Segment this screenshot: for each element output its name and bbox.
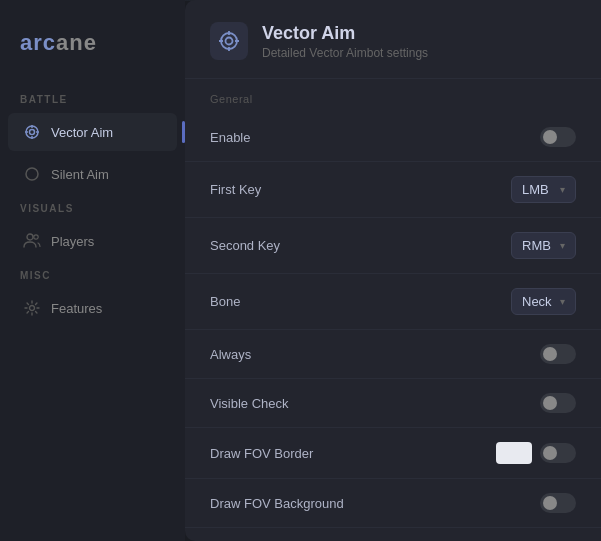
sidebar-item-vector-aim[interactable]: Vector Aim — [8, 113, 177, 151]
draw-fov-border-control — [496, 442, 576, 464]
second-key-value: RMB — [522, 238, 551, 253]
main-subtitle: Detailed Vector Aimbot settings — [262, 46, 428, 60]
main-title: Vector Aim — [262, 23, 428, 44]
always-control — [540, 344, 576, 364]
svg-point-1 — [30, 130, 35, 135]
sidebar-item-features[interactable]: Features — [8, 289, 177, 327]
first-key-value: LMB — [522, 182, 549, 197]
enable-toggle[interactable] — [540, 127, 576, 147]
draw-fov-border-label: Draw FOV Border — [210, 446, 313, 461]
target-icon — [23, 123, 41, 141]
section-label-misc: MISC — [0, 262, 185, 287]
sidebar-item-label-players: Players — [51, 234, 94, 249]
section-label-visuals: VISUALS — [0, 195, 185, 220]
svg-point-9 — [30, 306, 35, 311]
setting-bone: Bone Neck ▾ — [185, 274, 601, 330]
svg-point-7 — [27, 234, 33, 240]
logo-rest: ane — [56, 30, 97, 55]
setting-second-key: Second Key RMB ▾ — [185, 218, 601, 274]
setting-draw-fov-background: Draw FOV Background — [185, 479, 601, 528]
logo: arcane — [0, 20, 185, 86]
bone-control: Neck ▾ — [511, 288, 576, 315]
setting-draw-fov-border: Draw FOV Border — [185, 428, 601, 479]
logo-arc: arc — [20, 30, 56, 55]
section-label-battle: BATTLE — [0, 86, 185, 111]
visible-check-toggle[interactable] — [540, 393, 576, 413]
enable-control — [540, 127, 576, 147]
bone-dropdown[interactable]: Neck ▾ — [511, 288, 576, 315]
section-general-label: General — [185, 79, 601, 113]
circle-icon — [23, 165, 41, 183]
always-label: Always — [210, 347, 251, 362]
main-panel: Vector Aim Detailed Vector Aimbot settin… — [185, 0, 601, 541]
sidebar-item-label-features: Features — [51, 301, 102, 316]
header-icon — [210, 22, 248, 60]
chevron-down-icon: ▾ — [560, 184, 565, 195]
chevron-down-icon-2: ▾ — [560, 240, 565, 251]
sidebar-item-silent-aim[interactable]: Silent Aim — [8, 155, 177, 193]
bone-label: Bone — [210, 294, 240, 309]
first-key-dropdown[interactable]: LMB ▾ — [511, 176, 576, 203]
content-scroll: General Enable First Key LMB ▾ Second Ke… — [185, 79, 601, 541]
setting-enable: Enable — [185, 113, 601, 162]
setting-visible-check: Visible Check — [185, 379, 601, 428]
sidebar: arcane BATTLE Vector Aim Silent Aim VISU… — [0, 0, 185, 541]
fov-border-color-box[interactable] — [496, 442, 532, 464]
setting-first-key: First Key LMB ▾ — [185, 162, 601, 218]
header-title-group: Vector Aim Detailed Vector Aimbot settin… — [262, 23, 428, 60]
second-key-control: RMB ▾ — [511, 232, 576, 259]
svg-point-6 — [26, 168, 38, 180]
setting-always: Always — [185, 330, 601, 379]
draw-fov-background-toggle[interactable] — [540, 493, 576, 513]
sidebar-item-players[interactable]: Players — [8, 222, 177, 260]
enable-label: Enable — [210, 130, 250, 145]
main-header: Vector Aim Detailed Vector Aimbot settin… — [185, 0, 601, 79]
section-advanced-label: Advanced — [185, 528, 601, 541]
second-key-dropdown[interactable]: RMB ▾ — [511, 232, 576, 259]
svg-point-11 — [226, 38, 233, 45]
second-key-label: Second Key — [210, 238, 280, 253]
visible-check-control — [540, 393, 576, 413]
chevron-down-icon-3: ▾ — [560, 296, 565, 307]
draw-fov-background-label: Draw FOV Background — [210, 496, 344, 511]
draw-fov-border-toggle[interactable] — [540, 443, 576, 463]
always-toggle[interactable] — [540, 344, 576, 364]
draw-fov-background-control — [540, 493, 576, 513]
visible-check-label: Visible Check — [210, 396, 289, 411]
svg-point-10 — [221, 33, 237, 49]
sidebar-item-label-silent-aim: Silent Aim — [51, 167, 109, 182]
bone-value: Neck — [522, 294, 552, 309]
svg-point-8 — [34, 235, 38, 239]
players-icon — [23, 232, 41, 250]
first-key-control: LMB ▾ — [511, 176, 576, 203]
gear-icon — [23, 299, 41, 317]
first-key-label: First Key — [210, 182, 261, 197]
sidebar-item-label-vector-aim: Vector Aim — [51, 125, 113, 140]
